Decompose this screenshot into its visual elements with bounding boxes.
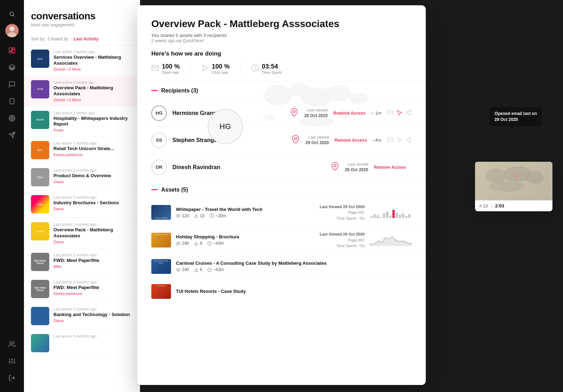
svg-point-17 xyxy=(10,342,12,344)
conv-item-11[interactable]: Last active 3 months ago xyxy=(24,330,140,357)
conv-thumb-5: PDO xyxy=(31,168,49,186)
remove-access-3[interactable]: Remove Access xyxy=(374,165,406,170)
svg-point-35 xyxy=(338,110,352,119)
svg-point-49 xyxy=(334,165,336,167)
conv-person-4: Kelsey.parkinson xyxy=(53,153,133,157)
conv-item-7[interactable]: OVR Last active 2 months ago Overview Pa… xyxy=(24,218,140,249)
conv-info-11: Last active 3 months ago xyxy=(53,334,133,352)
asset-row-2: A Holiday of Play Holiday Shopping - Bro… xyxy=(137,226,426,254)
svg-point-30 xyxy=(301,87,333,107)
conv-name-6: Industry Brochures - Sections xyxy=(53,200,133,206)
sort-activity[interactable]: Last Activity xyxy=(74,37,99,41)
svg-rect-56 xyxy=(380,217,382,218)
svg-line-48 xyxy=(407,138,409,139)
asset-thumb-4: TUI Hotels xyxy=(151,284,171,299)
tooltip-line2: 29 Oct 2020 xyxy=(494,117,518,122)
asset-views-1: 120 xyxy=(176,213,189,218)
conv-info-3: Last active 2 weeks ago Hospitality - Wh… xyxy=(53,111,133,133)
conv-subtitle: track user engagement xyxy=(31,23,133,27)
recipient-avatar-3: DR xyxy=(151,160,167,175)
conv-item-1[interactable]: SVC Last active 2 weeks ago Services Ove… xyxy=(24,45,140,76)
conv-item-6[interactable]: IND Last active 2 months ago Industry Br… xyxy=(24,191,140,218)
assets-section-header: Assets (5) xyxy=(137,181,426,199)
layers-icon[interactable] xyxy=(5,60,19,75)
cursor-icon-2[interactable] xyxy=(396,136,403,144)
sort-created[interactable]: Created by xyxy=(48,37,68,41)
modal-meta: You shared 5 assets with 3 recipients 2 … xyxy=(151,33,412,43)
conv-thumb-4: RTL xyxy=(31,141,49,159)
conv-name-5: Product Demo & Overview xyxy=(53,173,133,179)
asset-row-4: TUI Hotels TUI Hotels Resorts - Case Stu… xyxy=(137,279,426,304)
svg-point-50 xyxy=(178,215,179,216)
conv-time-2: Last active 4 weeks ago xyxy=(53,80,133,84)
svg-point-44 xyxy=(409,137,411,139)
asset-stats-1: 120 10 ~20m xyxy=(176,213,315,218)
conv-name-3: Hospitality - Whitepapers Industry Repor… xyxy=(53,116,133,128)
send-icon[interactable] xyxy=(5,128,19,142)
recipients-dash xyxy=(151,90,158,91)
settings-icon[interactable] xyxy=(5,354,19,368)
avatar[interactable] xyxy=(5,24,19,37)
search-icon[interactable] xyxy=(5,7,19,21)
svg-line-42 xyxy=(407,111,409,112)
recipient-actions-1 xyxy=(387,109,412,117)
conv-time-4: Last active 2 months ago xyxy=(53,141,133,145)
conv-thumb-10 xyxy=(31,307,49,325)
conv-item-5[interactable]: PDO Last active 2 months ago Product Dem… xyxy=(24,164,140,191)
svg-point-32 xyxy=(350,92,368,105)
conv-item-2[interactable]: OVR Last active 4 weeks ago Overview Pac… xyxy=(24,76,140,107)
svg-point-39 xyxy=(406,111,408,113)
main-modal: Overview Pack - Mattleberg Asssociates Y… xyxy=(137,5,426,385)
conv-name-2: Overview Pack - Mattleberg Asssociates xyxy=(53,85,133,97)
asset-name-4: TUI Hotels Resorts - Case Study xyxy=(176,289,412,294)
world-map-decoration xyxy=(243,69,384,146)
asset-time-1: ~20m xyxy=(209,213,226,218)
email-icon-1[interactable] xyxy=(387,109,393,117)
email-icon-2[interactable] xyxy=(387,136,393,144)
conv-person-6: Diana xyxy=(53,207,133,211)
asset-info-4: TUI Hotels Resorts - Case Study xyxy=(176,289,412,294)
conv-item-8[interactable]: Well Hello There! Last active 2 months a… xyxy=(24,249,140,276)
stat-click-rate: 100 % Click rate xyxy=(201,63,241,75)
tablet-icon[interactable] xyxy=(5,94,19,108)
share-icon-1[interactable] xyxy=(405,109,412,117)
svg-rect-59 xyxy=(389,216,392,218)
asset-meta-1: Last Viewed 29 Oct 2020 Page #01 Time Sp… xyxy=(320,204,365,221)
share-icon-2[interactable] xyxy=(405,136,412,144)
svg-marker-69 xyxy=(369,237,412,246)
asset-meta-2: Last Viewed 29 Oct 2020 Page #01 Time Sp… xyxy=(320,231,365,249)
asset-time-3: ~43m xyxy=(207,267,224,272)
svg-point-13 xyxy=(10,116,14,120)
recipient-location-icon-3 xyxy=(331,162,339,172)
svg-rect-62 xyxy=(399,215,401,218)
conv-time-8: Last active 2 months ago xyxy=(53,253,133,257)
asset-downloads-3: 6 xyxy=(194,267,202,272)
conv-time-9: Last active 2 months ago xyxy=(53,280,133,284)
click-rate-icon xyxy=(201,64,209,73)
assets-dash xyxy=(151,189,158,190)
click-rate-value: 100 % xyxy=(212,63,230,70)
svg-point-46 xyxy=(409,141,411,142)
svg-point-12 xyxy=(9,115,15,121)
svg-point-77 xyxy=(489,181,524,192)
svg-rect-61 xyxy=(396,213,398,218)
cursor-icon-1[interactable] xyxy=(396,109,403,117)
conv-person-3: Keate xyxy=(53,128,133,132)
conv-time-3: Last active 2 weeks ago xyxy=(53,111,133,115)
asset-name-1: Whitepaper - Travel the World with Tech xyxy=(176,207,315,212)
chat-icon[interactable] xyxy=(5,77,19,91)
layout-icon[interactable] xyxy=(5,44,19,58)
conv-item-10[interactable]: Last active 3 months ago Banking and Tec… xyxy=(24,303,140,330)
asset-thumb-2: A Holiday of Play xyxy=(151,233,171,248)
asset-stats-3: 240 6 ~43m xyxy=(176,267,412,272)
conv-item-4[interactable]: RTL Last active 2 months ago Retail Tech… xyxy=(24,137,140,164)
conv-item-3[interactable]: HOSP Last active 2 weeks ago Hospitality… xyxy=(24,107,140,137)
sidebar xyxy=(0,0,24,392)
svg-point-79 xyxy=(515,175,516,176)
users-icon[interactable] xyxy=(5,337,19,351)
recipient-large-avatar: HG xyxy=(208,109,243,144)
logout-icon[interactable] xyxy=(5,371,19,385)
conv-item-9[interactable]: Well Hello There! Last active 2 months a… xyxy=(24,276,140,303)
conv-person-8: Mike xyxy=(53,264,133,269)
target-icon[interactable] xyxy=(5,111,19,125)
